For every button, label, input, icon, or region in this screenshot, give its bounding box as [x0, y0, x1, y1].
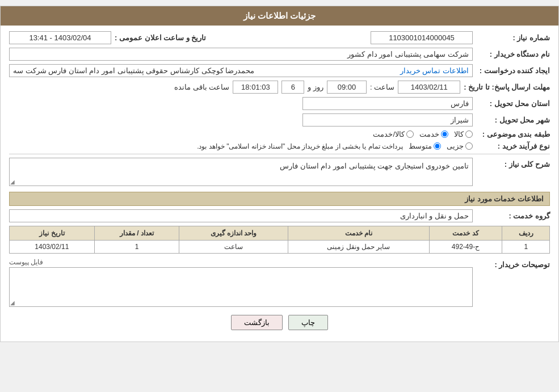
- radio-mottavasit[interactable]: [434, 142, 441, 150]
- grohe-khedmat-value: حمل و نقل و انبارداری: [9, 209, 473, 222]
- services-table: ردیف کد خدمت نام خدمت واحد اندازه گیری ت…: [9, 226, 550, 254]
- grohe-khedmat-label: گروه خدمت :: [476, 212, 550, 220]
- file-attach-label: فایل پیوست: [9, 258, 473, 266]
- ijad-konande-value: اطلاعات تماس خریدار محمدرضا کوچکی کارشنا…: [9, 64, 473, 77]
- farayand-desc: پرداخت تمام یا بخشی از مبلغ خریداز محل "…: [197, 142, 403, 150]
- mohlat-roz: 6: [281, 81, 304, 94]
- radio-kala-label: کالا: [454, 130, 464, 138]
- print-button[interactable]: چاپ: [288, 315, 328, 330]
- cell-radif: 1: [502, 241, 550, 254]
- farayand-row: جزیی متوسط پرداخت تمام یا بخشی از مبلغ خ…: [197, 142, 473, 150]
- cell-nam: سایر حمل ونقل زمینی: [288, 241, 429, 254]
- shahr-value: شیراز: [302, 113, 473, 127]
- mohlat-saat: 09:00: [327, 81, 367, 94]
- col-radif: ردیف: [502, 226, 550, 241]
- radio-khedmat-label: خدمت: [419, 130, 439, 138]
- section2-header: اطلاعات خدمات مورد نیاز: [9, 192, 550, 206]
- radio-kala-khedmat[interactable]: [406, 130, 414, 138]
- radio-mottavasit-label: متوسط: [409, 142, 432, 150]
- saat-label: ساعت :: [370, 83, 394, 91]
- shomara-niaz-value: 1103001014000045: [371, 31, 473, 44]
- col-vahed: واحد اندازه گیری: [179, 226, 288, 241]
- col-tarikh: تاریخ نیاز: [10, 226, 95, 241]
- ostan-value: فارس: [302, 97, 473, 110]
- col-kod: کد خدمت: [429, 226, 502, 241]
- col-nam: نام خدمت: [288, 226, 429, 241]
- radio-kala[interactable]: [465, 130, 473, 138]
- sharh-value: تامین خودروی استیجاری جهت پشتیبانی امور …: [9, 158, 473, 186]
- roz-label: روز و: [308, 83, 323, 91]
- tabaqe-radio-group: کالا خدمت کالا/خدمت: [373, 130, 473, 138]
- resize-icon2: ◢: [10, 300, 15, 306]
- tarikh-saat-label: تاریخ و ساعت اعلان عمومی :: [115, 33, 206, 42]
- back-button[interactable]: بازگشت: [231, 315, 283, 330]
- sharh-label: شرح کلی نیاز :: [476, 158, 550, 168]
- tarikh-saat-value: 1403/02/04 - 13:41: [9, 31, 111, 44]
- radio-jozei-label: جزیی: [447, 142, 464, 150]
- cell-tedad: 1: [94, 241, 179, 254]
- sharh-container: تامین خودروی استیجاری جهت پشتیبانی امور …: [9, 158, 473, 186]
- ijad-konande-label: ایجاد کننده درخواست :: [476, 66, 550, 75]
- mohlat-date: 1403/02/11: [398, 81, 460, 94]
- resize-icon: ◢: [10, 179, 15, 185]
- ostan-label: استان محل تحویل :: [476, 99, 550, 108]
- button-row: چاپ بازگشت: [9, 315, 550, 330]
- shahr-label: شهر محل تحویل :: [476, 116, 550, 124]
- mohlat-label: مهلت ارسال پاسخ: تا تاریخ :: [464, 83, 550, 91]
- saat-mande-label: ساعت باقی مانده: [174, 83, 229, 91]
- nam-dastgah-value: شرکت سهامی پشتیبانی امور دام کشور: [9, 48, 473, 61]
- nooe-farayand-label: نوع فرآیند خرید :: [476, 142, 550, 150]
- col-tedad: تعداد / مقدار: [94, 226, 179, 241]
- tamas-khardar-link[interactable]: اطلاعات تماس خریدار: [400, 66, 469, 75]
- tosihaat-label: توصیحات خریدار :: [476, 258, 550, 269]
- tosihaat-value: [9, 267, 473, 307]
- cell-tarikh: 1403/02/11: [10, 241, 95, 254]
- ijad-konande-text: محمدرضا کوچکی کارشناس حقوقی پشتیبانی امو…: [13, 66, 254, 75]
- table-row: 1 ح-49-492 سایر حمل ونقل زمینی ساعت 1 14…: [10, 241, 550, 254]
- page-title: جزئیات اطلاعات نیاز: [1, 6, 558, 26]
- radio-khedmat[interactable]: [441, 130, 448, 138]
- radio-kala-khedmat-label: کالا/خدمت: [373, 130, 405, 138]
- shomara-niaz-label: شماره نیاز :: [476, 33, 550, 42]
- radio-jozei[interactable]: [465, 142, 473, 150]
- tabaqe-label: طبقه بندی موضوعی :: [476, 130, 550, 138]
- tosihaat-container: فایل پیوست ◢: [9, 258, 473, 307]
- mohlat-saat-mande: 18:01:03: [233, 81, 278, 94]
- cell-vahed: ساعت: [179, 241, 288, 254]
- cell-kod: ح-49-492: [429, 241, 502, 254]
- nam-dastgah-label: نام دستگاه خریدار :: [476, 50, 550, 58]
